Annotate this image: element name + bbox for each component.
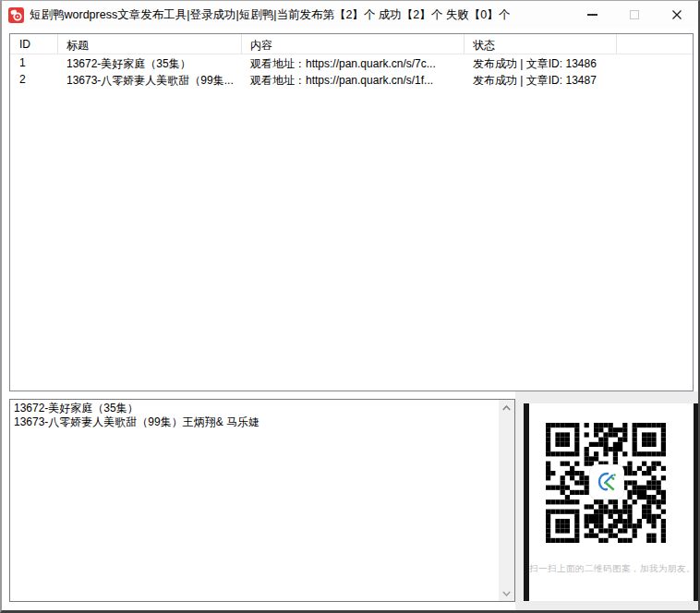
qr-center-logo bbox=[590, 465, 623, 499]
brand-logo-icon bbox=[595, 470, 619, 494]
table-row[interactable]: 1 13672-美好家庭（35集） 观看地址：https://pan.quark… bbox=[10, 54, 693, 71]
log-text: 13672-美好家庭（35集） 13673-八零娇妻人美歌甜（99集）王炳翔& … bbox=[10, 400, 499, 601]
column-header-content[interactable]: 内容 bbox=[242, 34, 465, 54]
column-header-id[interactable]: ID bbox=[10, 34, 58, 54]
maximize-icon bbox=[630, 10, 639, 19]
qr-caption: 扫一扫上面的二维码图案，加我为朋友。 bbox=[529, 563, 688, 575]
maximize-button[interactable] bbox=[613, 1, 656, 29]
qr-panel: 扫一扫上面的二维码图案，加我为朋友。 bbox=[515, 391, 700, 611]
vertical-scrollbar[interactable] bbox=[499, 400, 514, 601]
log-textarea[interactable]: 13672-美好家庭（35集） 13673-八零娇妻人美歌甜（99集）王炳翔& … bbox=[9, 399, 515, 602]
minimize-icon bbox=[587, 14, 597, 16]
minimize-button[interactable] bbox=[571, 1, 613, 29]
log-line: 13673-八零娇妻人美歌甜（99集）王炳翔& 马乐婕 bbox=[14, 415, 495, 429]
close-icon bbox=[671, 9, 682, 20]
chevron-up-icon bbox=[502, 405, 511, 411]
column-header-status[interactable]: 状态 bbox=[465, 34, 617, 54]
cell-title: 13672-美好家庭（35集） bbox=[58, 54, 242, 71]
cell-id: 2 bbox=[10, 71, 58, 88]
table-header: ID 标题 内容 状态 bbox=[10, 34, 693, 54]
app-window: 短剧鸭wordpress文章发布工具|登录成功|短剧鸭|当前发布第【2】个 成功… bbox=[0, 0, 700, 613]
cell-status: 发布成功 | 文章ID: 13486 bbox=[465, 54, 617, 71]
column-header-title[interactable]: 标题 bbox=[58, 34, 242, 54]
title-bar[interactable]: 短剧鸭wordpress文章发布工具|登录成功|短剧鸭|当前发布第【2】个 成功… bbox=[2, 1, 698, 29]
table-row[interactable]: 2 13673-八零娇妻人美歌甜（99集... 观看地址：https://pan… bbox=[10, 71, 693, 88]
cell-status: 发布成功 | 文章ID: 13487 bbox=[465, 71, 617, 88]
close-button[interactable] bbox=[656, 1, 698, 29]
window-title: 短剧鸭wordpress文章发布工具|登录成功|短剧鸭|当前发布第【2】个 成功… bbox=[30, 7, 510, 23]
scroll-down-button[interactable] bbox=[499, 585, 514, 601]
scroll-up-button[interactable] bbox=[499, 400, 514, 415]
publish-results-table: ID 标题 内容 状态 1 13672-美好家庭（35集） 观看地址：https… bbox=[9, 33, 694, 391]
column-header-filler bbox=[617, 34, 693, 54]
cell-content: 观看地址：https://pan.quark.cn/s/1f... bbox=[242, 71, 465, 88]
window-controls bbox=[571, 1, 698, 29]
cell-content: 观看地址：https://pan.quark.cn/s/7c... bbox=[242, 54, 465, 71]
log-line: 13672-美好家庭（35集） bbox=[14, 402, 495, 415]
cell-id: 1 bbox=[10, 54, 58, 71]
chevron-down-icon bbox=[502, 591, 511, 596]
cell-title: 13673-八零娇妻人美歌甜（99集... bbox=[58, 71, 242, 88]
wechat-qr-image: 扫一扫上面的二维码图案，加我为朋友。 bbox=[524, 403, 700, 601]
app-logo-icon bbox=[8, 7, 24, 23]
